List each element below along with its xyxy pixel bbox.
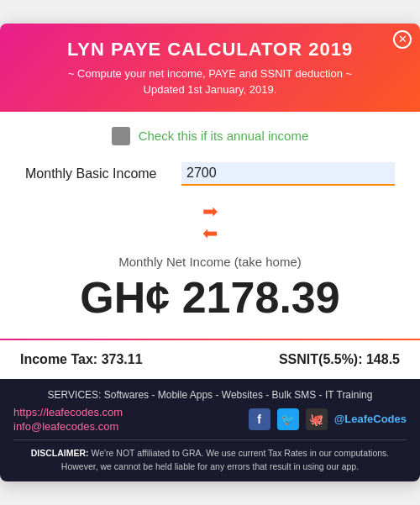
app-title: LYN PAYE CALCULATOR 2019 — [17, 39, 403, 60]
twitter-icon[interactable]: 🐦 — [277, 408, 299, 430]
conversion-arrows: ➡ ⬅ — [202, 203, 218, 243]
social-row: f 🐦 🐙 @LeafeCodes — [249, 408, 407, 430]
net-income-label: Monthly Net Income (take home) — [17, 255, 403, 269]
disclaimer-text: DISCLAIMER: We're NOT affiliated to GRA.… — [13, 447, 407, 474]
facebook-icon[interactable]: f — [249, 408, 270, 430]
footer-links-row: https://leafecodes.com info@leafecodes.c… — [13, 406, 407, 433]
email-link[interactable]: info@leafecodes.com — [13, 420, 123, 433]
net-income-value: GH¢ 2178.39 — [17, 274, 403, 322]
tax-row: Income Tax: 373.11 SSNIT(5.5%): 148.5 — [0, 340, 420, 379]
ssnit-display: SSNIT(5.5%): 148.5 — [279, 352, 400, 367]
footer-left-links: https://leafecodes.com info@leafecodes.c… — [13, 406, 123, 433]
close-button[interactable]: ✕ — [393, 30, 412, 49]
income-label: Monthly Basic Income — [25, 166, 168, 181]
calculator-container: ✕ LYN PAYE CALCULATOR 2019 ~ Compute you… — [0, 24, 420, 482]
header: ✕ LYN PAYE CALCULATOR 2019 ~ Compute you… — [0, 24, 420, 112]
services-text: SERVICES: Softwares - Mobile Apps - Webs… — [13, 389, 407, 401]
arrow-left-icon: ⬅ — [202, 224, 218, 243]
footer-divider — [13, 439, 407, 440]
income-row: Monthly Basic Income — [0, 154, 420, 186]
income-input-wrapper — [181, 162, 395, 186]
monthly-income-input[interactable] — [181, 162, 395, 186]
app-subtitle: ~ Compute your net income, PAYE and SSNI… — [17, 66, 403, 98]
income-tax-display: Income Tax: 373.11 — [20, 352, 143, 367]
net-income-section: Monthly Net Income (take home) GH¢ 2178.… — [0, 250, 420, 330]
annual-check-row: Check this if its annual income — [0, 112, 420, 154]
footer: SERVICES: Softwares - Mobile Apps - Webs… — [0, 379, 420, 482]
website-link[interactable]: https://leafecodes.com — [13, 406, 123, 418]
social-handle[interactable]: @LeafeCodes — [334, 413, 407, 425]
arrow-right-icon: ➡ — [202, 203, 218, 221]
arrows-section: ➡ ⬅ — [0, 186, 420, 250]
annual-check-label[interactable]: Check this if its annual income — [139, 129, 309, 143]
annual-checkbox[interactable] — [112, 127, 130, 145]
github-icon[interactable]: 🐙 — [306, 408, 328, 430]
